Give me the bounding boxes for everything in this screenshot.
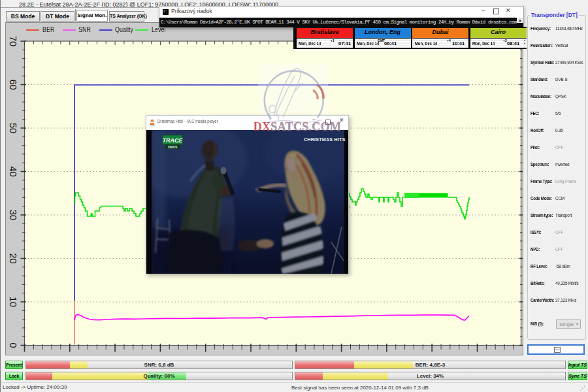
svg-text:10: 10 (8, 297, 18, 307)
svg-text:20: 20 (8, 253, 18, 263)
svg-text:XMAS: XMAS (168, 145, 178, 149)
svg-text:30: 30 (8, 210, 18, 220)
svg-text:TRACE: TRACE (163, 137, 184, 144)
svg-text:DXSATCS.COM: DXSATCS.COM (254, 120, 340, 133)
svg-text:60: 60 (8, 79, 18, 90)
svg-text:40: 40 (8, 166, 18, 176)
svg-text:0: 0 (8, 342, 18, 348)
svg-text:50: 50 (8, 123, 18, 133)
svg-text:CHRISTMAS HITS: CHRISTMAS HITS (304, 137, 346, 142)
svg-text:70: 70 (8, 36, 18, 46)
